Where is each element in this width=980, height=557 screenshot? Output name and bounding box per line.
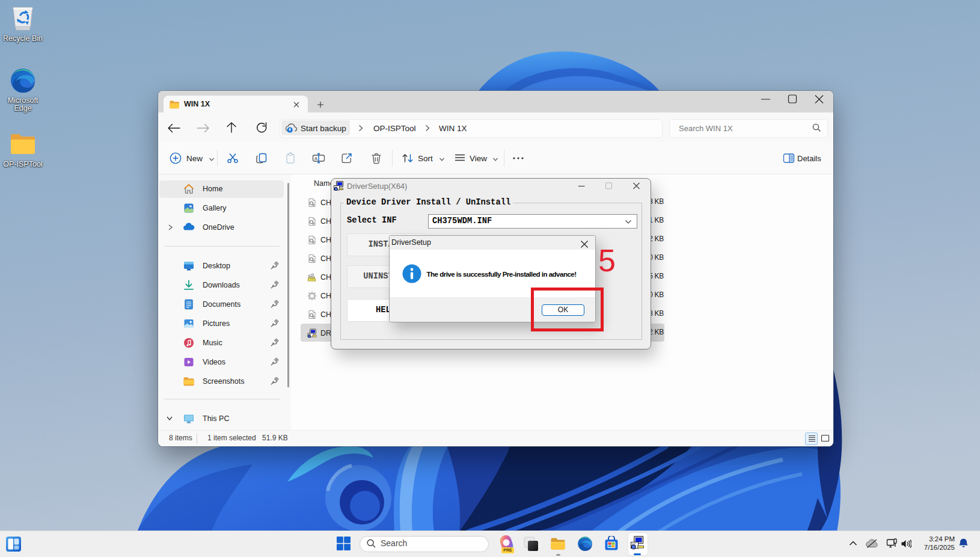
svg-text:A: A [314,156,317,161]
